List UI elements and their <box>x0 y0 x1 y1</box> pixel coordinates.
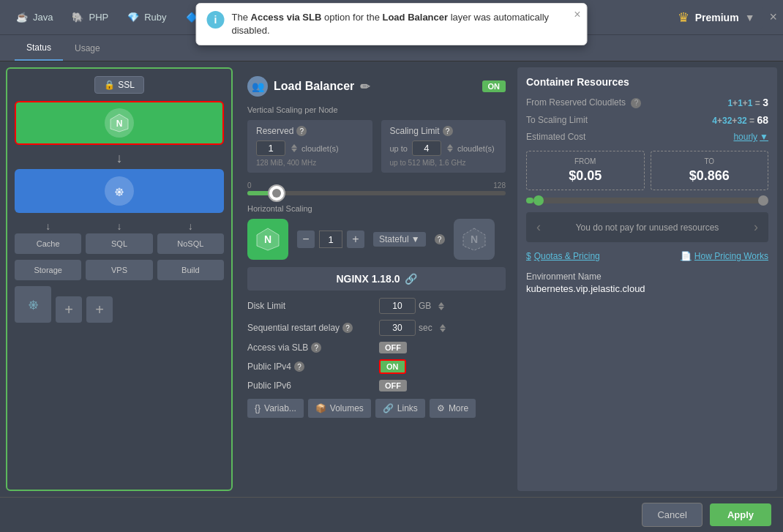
disk-limit-input[interactable] <box>379 298 416 314</box>
lock-icon: 🔒 <box>104 80 115 90</box>
counter-decrement[interactable]: − <box>297 231 315 248</box>
vertical-scaling-label: Vertical Scaling per Node <box>247 105 506 114</box>
storage-node[interactable]: Storage <box>15 260 81 280</box>
premium-dropdown[interactable]: ♛ Premium ▼ <box>669 7 764 29</box>
lb-toggle[interactable]: ON <box>482 80 506 92</box>
scaling-limit-help-icon[interactable]: ? <box>443 126 453 136</box>
access-slb-toggle[interactable]: OFF <box>379 342 407 353</box>
unused-resources-box: ‹ You do not pay for unused resources › <box>526 212 768 242</box>
links-button[interactable]: 🔗 Links <box>375 399 425 418</box>
arrow-prev-icon[interactable]: ‹ <box>536 220 541 235</box>
seq-restart-input[interactable] <box>379 320 416 336</box>
counter-increment[interactable]: + <box>347 231 364 248</box>
reserved-title: Reserved ? <box>256 126 364 136</box>
add-button-2[interactable]: + <box>86 296 113 323</box>
more-button[interactable]: ⚙ More <box>430 399 476 418</box>
chevron-down-icon[interactable]: ▼ <box>745 12 755 23</box>
lb-title-text: Load Balancer <box>274 80 354 93</box>
hourly-select[interactable]: hourly ▼ <box>733 132 768 142</box>
notification-close-icon[interactable]: × <box>574 8 580 21</box>
apply-button[interactable]: Apply <box>710 503 771 526</box>
horizontal-scaling-row: N − 1 + Stateful ▼ ? N <box>247 219 506 260</box>
load-balancer-header: 👥 Load Balancer ✏ ON <box>247 76 506 97</box>
tab-ruby[interactable]: 💎 Ruby <box>117 6 175 29</box>
close-button[interactable]: × <box>769 10 777 25</box>
bottom-bar: Cancel Apply <box>0 497 783 532</box>
cancel-button[interactable]: Cancel <box>642 503 702 527</box>
reserved-input-row: cloudlet(s) <box>256 141 364 156</box>
stateful-dropdown[interactable]: Stateful ▼ <box>373 232 426 247</box>
build-node[interactable]: Build <box>157 260 224 280</box>
variables-button[interactable]: {} Variab... <box>247 399 304 418</box>
estimated-cost-label: Estimated Cost <box>526 132 585 142</box>
scaling-limit-input[interactable] <box>412 141 441 156</box>
edit-icon[interactable]: ✏ <box>360 80 370 94</box>
seq-spinner[interactable] <box>440 324 446 332</box>
notification-text: The Access via SLB option for the Load B… <box>232 11 577 37</box>
how-pricing-works-link[interactable]: 📄 How Pricing Works <box>681 251 768 261</box>
more-label: More <box>449 403 468 413</box>
nosql-node[interactable]: NoSQL <box>157 233 224 254</box>
ipv4-toggle[interactable]: ON <box>379 359 406 374</box>
access-slb-help-icon[interactable]: ? <box>311 342 321 353</box>
vps-node[interactable]: VPS <box>86 260 152 280</box>
scaling-spinner[interactable] <box>447 144 453 152</box>
ipv6-toggle[interactable]: OFF <box>379 380 407 391</box>
stateful-help-icon[interactable]: ? <box>435 234 445 244</box>
tab-java-label: Java <box>33 12 53 23</box>
to-price-label: TO <box>657 157 763 165</box>
sql-node[interactable]: SQL <box>86 233 152 254</box>
k8s-bottom-icon[interactable]: ⎈ <box>15 286 51 323</box>
sql-node-col: ↓ SQL <box>86 220 152 254</box>
quotas-pricing-link[interactable]: $ Quotas & Pricing <box>526 251 600 261</box>
dollar-icon: $ <box>526 251 531 261</box>
volumes-button[interactable]: 📦 Volumes <box>308 399 371 418</box>
php-icon: 🐘 <box>70 10 85 25</box>
seq-help-icon[interactable]: ? <box>342 323 353 333</box>
scaling-limit-info: up to 512 MiB, 1.6 GHz <box>390 159 498 167</box>
to-scaling-label: To Scaling Limit <box>526 115 588 125</box>
counter-value: 1 <box>319 231 342 248</box>
price-slider-thumb[interactable] <box>533 195 544 206</box>
volumes-label: Volumes <box>330 403 364 413</box>
volumes-icon: 📦 <box>315 403 326 413</box>
sub-tab-usage[interactable]: Usage <box>63 35 112 61</box>
from-price-label: FROM <box>533 157 638 165</box>
from-help-icon[interactable]: ? <box>631 98 641 108</box>
disk-limit-row: Disk Limit GB <box>247 298 506 314</box>
how-pricing-label: How Pricing Works <box>694 251 768 261</box>
scaling-slider[interactable]: 0 128 <box>247 181 506 195</box>
from-reserved-label: From Reserved Cloudlets ? <box>526 97 641 108</box>
lb-icon: 👥 <box>247 76 268 97</box>
disk-limit-label: Disk Limit <box>247 301 379 311</box>
add-button-1[interactable]: + <box>56 296 82 323</box>
disk-spinner[interactable] <box>438 302 444 310</box>
right-panel: Container Resources From Reserved Cloudl… <box>517 67 777 491</box>
reserved-info: 128 MiB, 400 MHz <box>256 159 364 167</box>
tab-java[interactable]: ☕ Java <box>6 6 61 29</box>
stateful-chevron-icon: ▼ <box>411 234 420 244</box>
to-scaling-value: 4+32+32 = 68 <box>712 114 768 126</box>
notif-access-via: Access via SLB <box>251 12 322 23</box>
ruby-icon: 💎 <box>126 10 141 25</box>
scaling-limit-title: Scaling Limit ? <box>390 126 498 136</box>
left-panel: 🔒 SSL N ↓ ⎈ ↓ Cache ↓ SQL <box>6 67 233 491</box>
ipv4-help-icon[interactable]: ? <box>294 361 304 372</box>
cache-node[interactable]: Cache <box>15 233 81 254</box>
scaling-up-to-label: up to <box>390 144 408 153</box>
nginx-node-block[interactable]: N <box>15 101 224 145</box>
slider-thumb[interactable] <box>268 184 285 202</box>
arrow-down-1: ↓ <box>15 151 224 166</box>
price-slider <box>526 198 768 203</box>
sub-tab-status[interactable]: Status <box>15 35 63 61</box>
notif-lb: Load Balancer <box>382 12 448 23</box>
seq-restart-row: Sequential restart delay ? sec <box>247 320 506 336</box>
reserved-help-icon[interactable]: ? <box>296 126 307 136</box>
reserved-cloudlets-input[interactable] <box>256 141 285 156</box>
arrow-next-icon[interactable]: › <box>754 220 758 235</box>
tab-php[interactable]: 🐘 PHP <box>61 6 117 29</box>
reserved-spinner[interactable] <box>291 144 297 152</box>
scaling-cloudlets-label: cloudlet(s) <box>457 144 495 153</box>
ssl-button[interactable]: 🔒 SSL <box>94 76 144 94</box>
kubernetes-block[interactable]: ⎈ <box>15 169 224 213</box>
